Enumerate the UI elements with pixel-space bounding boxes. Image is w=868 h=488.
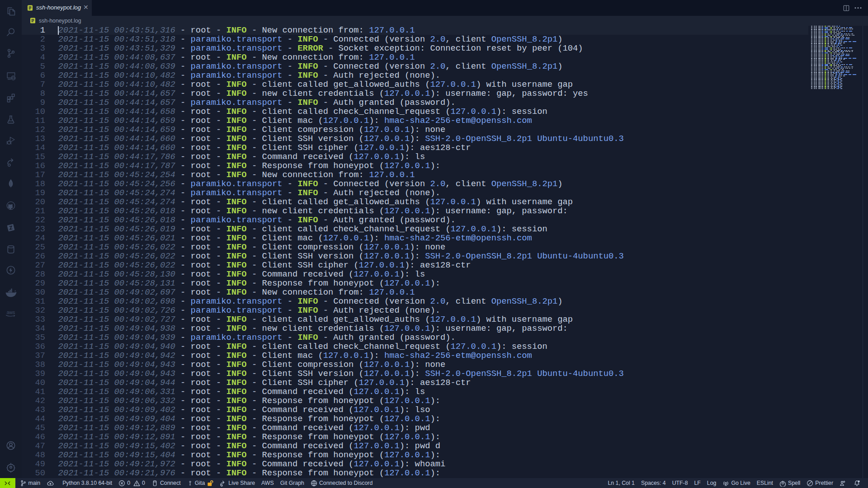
svg-text:aws: aws [7, 310, 15, 315]
